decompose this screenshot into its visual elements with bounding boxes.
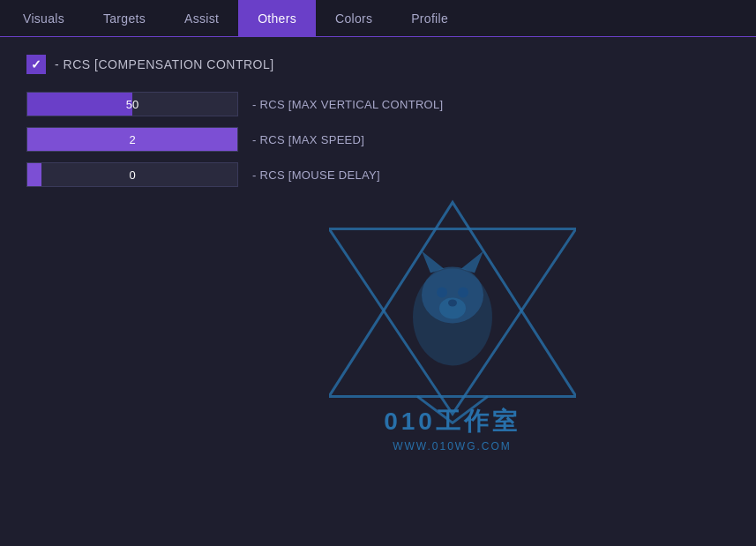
rcs-compensation-checkbox[interactable]: ✓	[26, 55, 46, 74]
svg-point-9	[448, 299, 457, 306]
tab-targets[interactable]: Targets	[84, 0, 165, 36]
rcs-compensation-label: - RCS [COMPENSATION CONTROL]	[55, 57, 274, 71]
checkbox-row: ✓ - RCS [COMPENSATION CONTROL]	[26, 55, 730, 74]
slider-value-speed: 2	[27, 133, 237, 146]
svg-marker-4	[422, 251, 444, 273]
watermark: 010工作室 WWW.010WG.COM	[329, 184, 576, 453]
slider-rcs-delay[interactable]: 0	[26, 162, 238, 187]
label-rcs-vertical: - RCS [MAX VERTICAL CONTROL]	[252, 98, 443, 111]
slider-rcs-vertical[interactable]: 50	[26, 92, 238, 116]
control-row-speed: 2 - RCS [MAX SPEED]	[26, 127, 730, 152]
svg-point-7	[458, 287, 468, 297]
nav-bar: Visuals Targets Assist Others Colors Pro…	[0, 0, 756, 37]
svg-point-6	[437, 287, 447, 297]
svg-point-8	[439, 297, 466, 318]
watermark-title: 010工作室	[384, 405, 520, 438]
tab-visuals[interactable]: Visuals	[4, 0, 84, 36]
slider-value-vertical: 50	[27, 98, 237, 111]
control-row-vertical: 50 - RCS [MAX VERTICAL CONTROL]	[26, 92, 730, 116]
label-rcs-speed: - RCS [MAX SPEED]	[252, 133, 364, 146]
svg-marker-0	[329, 202, 576, 396]
app-container: Visuals Targets Assist Others Colors Pro…	[0, 0, 756, 546]
control-row-delay: 0 - RCS [MOUSE DELAY]	[26, 162, 730, 187]
watermark-url: WWW.010WG.COM	[384, 440, 520, 453]
main-content: 010工作室 WWW.010WG.COM ✓ - RCS [COMPENSATI…	[0, 37, 756, 546]
tab-colors[interactable]: Colors	[316, 0, 392, 36]
svg-marker-5	[461, 251, 483, 273]
label-rcs-delay: - RCS [MOUSE DELAY]	[252, 168, 380, 182]
checkmark-icon: ✓	[31, 57, 41, 71]
tab-others[interactable]: Others	[238, 0, 316, 36]
tab-profile[interactable]: Profile	[392, 0, 468, 36]
slider-value-delay: 0	[27, 168, 237, 182]
svg-marker-1	[329, 228, 576, 414]
watermark-text: 010工作室 WWW.010WG.COM	[384, 405, 520, 453]
tab-assist[interactable]: Assist	[165, 0, 238, 36]
slider-rcs-speed[interactable]: 2	[26, 127, 238, 152]
svg-point-3	[422, 266, 483, 323]
svg-point-2	[413, 268, 492, 365]
